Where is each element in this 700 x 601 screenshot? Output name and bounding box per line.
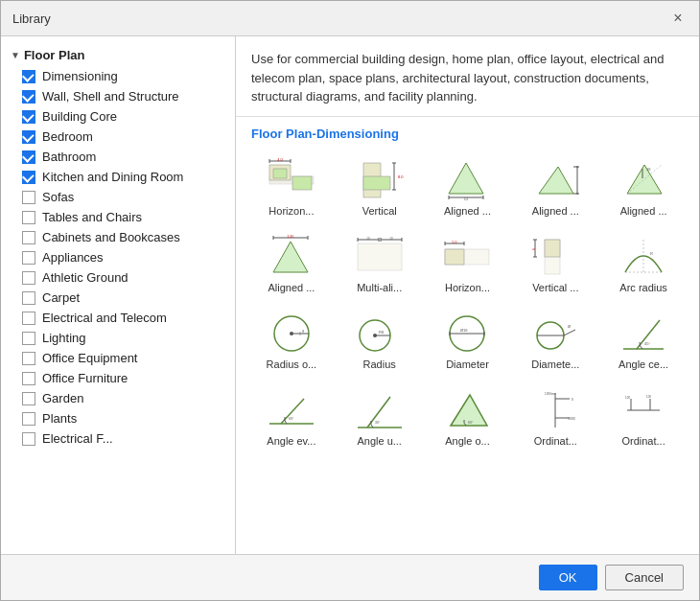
icon-cell[interactable]: 2.45 Aligned ...	[247, 227, 336, 300]
svg-text:60°: 60°	[289, 417, 294, 421]
icon-cell[interactable]: 6 Vertical ...	[511, 227, 599, 300]
tree-group-label-text: Floor Plan	[24, 48, 85, 62]
icon-image: 100 100	[618, 389, 669, 431]
tree-item[interactable]: Garden	[1, 388, 235, 408]
tree-arrow-icon: ▼	[11, 50, 20, 60]
icon-label: Ordinat...	[534, 435, 577, 447]
checkbox[interactable]	[22, 110, 35, 124]
checkbox[interactable]	[22, 130, 35, 144]
icon-cell[interactable]: 60° Angle ev...	[247, 381, 336, 453]
svg-point-65	[373, 334, 377, 337]
checkbox[interactable]	[22, 70, 35, 83]
description-text: Use for commercial building design, home…	[251, 52, 664, 104]
tree-item[interactable]: Bathroom	[1, 147, 235, 167]
left-panel: ▼ Floor Plan DimensioningWall, Shell and…	[1, 36, 236, 554]
icon-cell[interactable]: 12 Aligned ...	[424, 150, 512, 223]
tree-item[interactable]: Office Equipment	[1, 348, 235, 368]
svg-text:1000: 1000	[568, 417, 575, 421]
svg-rect-34	[358, 243, 402, 270]
main-content: ▼ Floor Plan DimensioningWall, Shell and…	[1, 36, 699, 554]
tree-item-label: Building Core	[42, 109, 117, 124]
ok-button[interactable]: OK	[539, 565, 597, 590]
tree-item[interactable]: Building Core	[1, 106, 235, 127]
tree-item[interactable]: Dimensioning	[1, 66, 235, 86]
icon-cell[interactable]: Ø18 Diameter	[424, 304, 512, 377]
tree-item[interactable]: Kitchen and Dining Room	[1, 167, 235, 187]
icon-cell[interactable]: 5.0 Horizon...	[424, 227, 512, 300]
tree-item[interactable]: Bedroom	[1, 127, 235, 147]
icon-cell[interactable]: 18 Aligned ...	[599, 150, 688, 223]
tree-group-floor-plan[interactable]: ▼ Floor Plan	[1, 44, 235, 66]
checkbox[interactable]	[22, 231, 35, 244]
icon-cell[interactable]: 60° Angle o...	[424, 381, 512, 453]
icon-image: Ø	[529, 312, 581, 355]
checkbox[interactable]	[22, 251, 35, 265]
checkbox[interactable]	[22, 150, 35, 164]
icon-label: Radius	[363, 358, 396, 370]
tree-item[interactable]: Electrical F...	[1, 428, 235, 449]
icon-cell[interactable]: R Arc radius	[599, 227, 688, 300]
tree-item-label: Garden	[42, 391, 83, 405]
tree-item-label: Lighting	[42, 331, 86, 345]
icon-cell[interactable]: 4.0 Horizon...	[247, 150, 336, 223]
tree-item[interactable]: Athletic Ground	[1, 267, 235, 288]
icon-label: Angle o...	[445, 435, 489, 447]
checkbox[interactable]	[22, 412, 35, 426]
svg-text:9: 9	[302, 329, 305, 334]
icon-image: 45°	[618, 312, 669, 355]
icon-label: Horizon...	[445, 282, 490, 293]
icon-cell[interactable]: Aligned ...	[511, 150, 599, 223]
checkbox[interactable]	[22, 432, 35, 446]
checkbox[interactable]	[22, 392, 35, 405]
tree-item[interactable]: Sofas	[1, 187, 235, 207]
tree-item-label: Dimensioning	[42, 69, 118, 83]
icon-cell[interactable]: Ø Diamete...	[511, 304, 599, 377]
icon-cell[interactable]: 0 1000 1000mm Ordinat...	[511, 381, 599, 453]
tree-item-label: Bathroom	[42, 150, 96, 164]
icon-cell[interactable]: 45° Angle ce...	[599, 304, 688, 377]
svg-text:18: 18	[646, 167, 651, 172]
cancel-button[interactable]: Cancel	[605, 565, 684, 590]
icon-cell[interactable]: 9 Radius o...	[247, 304, 336, 377]
icon-cell[interactable]: 8.0 Vertical	[336, 150, 424, 223]
tree-item-label: Plants	[42, 411, 77, 426]
icon-label: Arc radius	[619, 282, 667, 293]
checkbox[interactable]	[22, 332, 35, 345]
checkbox[interactable]	[22, 211, 35, 224]
tree-item[interactable]: Tables and Chairs	[1, 207, 235, 227]
icon-image: R	[618, 236, 669, 278]
tree-item[interactable]: Wall, Shell and Structure	[1, 86, 235, 106]
checkbox[interactable]	[22, 171, 35, 184]
icon-label: Vertical	[362, 205, 397, 217]
description-area: Use for commercial building design, home…	[236, 36, 699, 117]
icon-cell[interactable]: 30° Angle u...	[336, 381, 424, 453]
svg-text:10: 10	[366, 236, 370, 240]
icon-image: R8	[354, 312, 406, 355]
svg-marker-19	[539, 167, 573, 194]
icon-cell[interactable]: R8 Radius	[336, 304, 424, 377]
tree-item-label: Wall, Shell and Structure	[42, 89, 179, 104]
checkbox[interactable]	[22, 372, 35, 385]
tree-item[interactable]: Lighting	[1, 328, 235, 348]
icon-cell[interactable]: 100 100 Ordinat...	[599, 381, 688, 453]
checkbox[interactable]	[22, 291, 35, 305]
icon-cell[interactable]: 10 10 Multi-ali...	[336, 227, 424, 300]
tree-item-label: Appliances	[42, 250, 104, 265]
icon-image: 12	[441, 159, 493, 201]
tree-item[interactable]: Carpet	[1, 288, 235, 308]
tree-item[interactable]: Office Furniture	[1, 368, 235, 388]
tree-item[interactable]: Electrical and Telecom	[1, 308, 235, 328]
icon-label: Radius o...	[267, 358, 317, 370]
icon-label: Aligned ...	[532, 205, 579, 217]
checkbox[interactable]	[22, 312, 35, 325]
tree-item[interactable]: Appliances	[1, 247, 235, 267]
checkbox[interactable]	[22, 191, 35, 204]
checkbox[interactable]	[22, 90, 35, 104]
tree-item[interactable]: Cabinets and Bookcases	[1, 227, 235, 247]
icon-image: 9	[266, 312, 317, 355]
checkbox[interactable]	[22, 271, 35, 285]
checkbox[interactable]	[22, 352, 35, 365]
tree-item[interactable]: Plants	[1, 408, 235, 428]
close-button[interactable]: ×	[668, 9, 688, 28]
svg-text:100: 100	[646, 395, 651, 399]
